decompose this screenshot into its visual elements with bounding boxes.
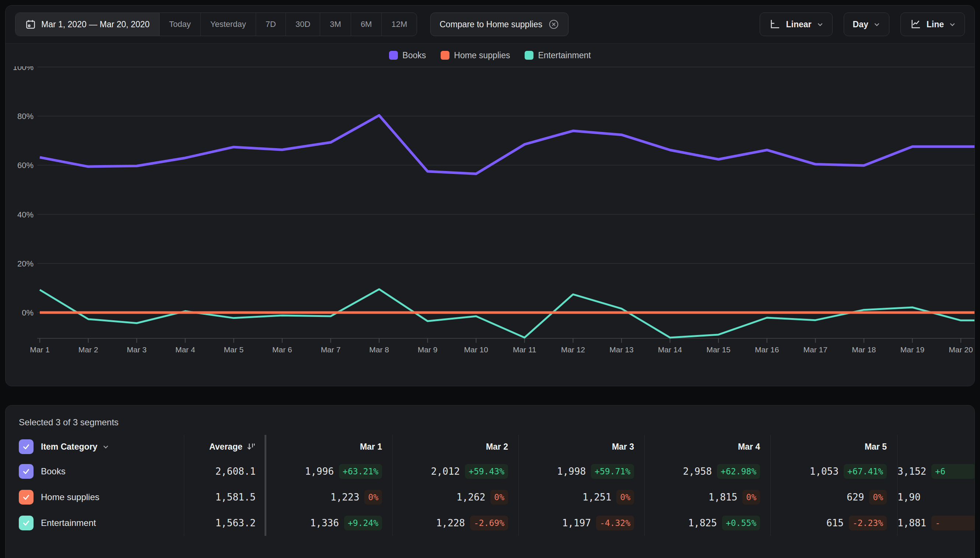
day-value: 1,336 [310,517,339,528]
delta-badge: - [931,515,975,530]
average-value: 1,563.2 [215,517,256,528]
delta-badge: +59.71% [591,464,634,479]
line-chart-icon [910,18,921,30]
delta-badge: +9.24% [344,515,382,530]
svg-text:100%: 100% [13,66,34,72]
value-cell-partial: 1,881- [897,510,975,536]
row-checkbox-entertainment[interactable] [19,515,34,530]
day-value: 1,228 [436,517,465,528]
legend-label: Entertainment [538,51,591,61]
column-header-partial [897,435,975,458]
svg-text:Mar 19: Mar 19 [900,345,924,354]
day-header-label: Mar 1 [360,442,382,452]
preset-button-7d[interactable]: 7D [256,13,286,36]
preset-button-12m[interactable]: 12M [382,13,417,36]
svg-text:Mar 20: Mar 20 [949,345,973,354]
chart-legend: BooksHome suppliesEntertainment [5,44,975,66]
day-value: 1,881 [898,517,926,528]
linear-axis-icon [769,18,781,30]
row-checkbox-home-supplies[interactable] [19,490,34,505]
svg-text:Mar 3: Mar 3 [127,345,147,354]
value-cell: 1,2510% [518,484,644,510]
column-header-mar-3: Mar 3 [518,435,644,458]
value-cell: 1,197-4.32% [518,510,644,536]
legend-swatch [441,51,449,60]
day-value: 615 [826,517,844,528]
scale-dropdown[interactable]: Linear [760,13,832,36]
item-category-header-button[interactable]: Item Category [41,442,109,452]
preset-button-3m[interactable]: 3M [320,13,351,36]
svg-text:Mar 10: Mar 10 [464,345,488,354]
legend-item-entertainment[interactable]: Entertainment [524,51,591,61]
chevron-down-icon [102,443,109,450]
remove-compare-icon[interactable] [548,19,559,30]
granularity-dropdown[interactable]: Day [844,13,889,36]
value-cell: 1,2230% [266,484,392,510]
legend-label: Home supplies [454,51,510,61]
svg-text:Mar 15: Mar 15 [706,345,730,354]
column-header-mar-2: Mar 2 [392,435,518,458]
day-value: 1,90 [898,492,921,503]
preset-button-6m[interactable]: 6M [351,13,382,36]
delta-badge: +59.43% [465,464,508,479]
svg-text:0%: 0% [22,308,34,317]
day-value: 1,251 [582,492,611,503]
day-value: 1,998 [557,466,586,477]
date-range-button[interactable]: Mar 1, 2020 — Mar 20, 2020 [15,13,159,36]
segment-label: Books [41,466,66,476]
segment-label: Home supplies [41,492,100,502]
column-header-mar-5: Mar 5 [770,435,897,458]
average-cell: 1,581.5 [184,484,264,510]
svg-text:Mar 2: Mar 2 [79,345,98,354]
preset-button-today[interactable]: Today [159,13,201,36]
delta-badge: +6 [931,464,975,479]
chart-toolbar: Mar 1, 2020 — Mar 20, 2020 TodayYesterda… [5,5,975,43]
delta-badge: -2.69% [470,515,508,530]
legend-item-books[interactable]: Books [389,51,426,61]
legend-swatch [389,51,398,60]
preset-button-yesterday[interactable]: Yesterday [201,13,256,36]
date-range-group: Mar 1, 2020 — Mar 20, 2020 TodayYesterda… [15,13,417,36]
chevron-down-icon [949,21,956,28]
svg-text:Mar 9: Mar 9 [418,345,438,354]
svg-text:Mar 12: Mar 12 [561,345,585,354]
value-cell: 1,996+63.21% [266,458,392,484]
svg-text:Mar 13: Mar 13 [610,345,633,354]
column-header-average[interactable]: Average [184,435,264,458]
chart-type-dropdown[interactable]: Line [900,13,965,36]
average-cell: 2,608.1 [184,458,264,484]
legend-item-home-supplies[interactable]: Home supplies [441,51,510,61]
column-header-mar-1: Mar 1 [266,435,392,458]
segments-panel: Selected 3 of 3 segments Item CategoryAv… [5,405,975,558]
value-cell: 1,825+0.55% [644,510,770,536]
segment-label: Entertainment [41,518,96,528]
day-header-label: Mar 2 [486,442,508,452]
svg-text:Mar 14: Mar 14 [658,345,682,354]
day-value: 2,958 [683,466,712,477]
day-value: 1,262 [456,492,485,503]
compare-chip[interactable]: Compare to Home supplies [430,13,569,36]
chart-canvas[interactable]: 0%20%40%60%80%100%Mar 1Mar 2Mar 3Mar 4Ma… [5,66,975,380]
check-icon [22,443,30,451]
svg-text:Mar 7: Mar 7 [321,345,341,354]
svg-text:Mar 8: Mar 8 [369,345,389,354]
delta-badge: 0% [364,490,382,505]
scale-dropdown-label: Linear [786,20,811,30]
svg-text:20%: 20% [17,259,34,268]
delta-badge: 0% [490,490,508,505]
delta-badge: 0% [742,490,760,505]
row-books: Books [5,458,184,484]
value-cell-partial: 1,90 [897,484,975,510]
value-cell: 2,958+62.98% [644,458,770,484]
row-checkbox-books[interactable] [19,464,34,479]
chevron-down-icon [817,21,823,28]
check-icon [22,493,30,501]
svg-text:Mar 1: Mar 1 [30,345,50,354]
svg-text:80%: 80% [17,112,34,121]
svg-text:Mar 17: Mar 17 [803,345,828,354]
preset-button-30d[interactable]: 30D [286,13,320,36]
delta-badge: -2.23% [849,515,887,530]
sort-icon [246,442,256,451]
select-all-checkbox[interactable] [19,439,34,454]
value-cell: 1,8150% [644,484,770,510]
